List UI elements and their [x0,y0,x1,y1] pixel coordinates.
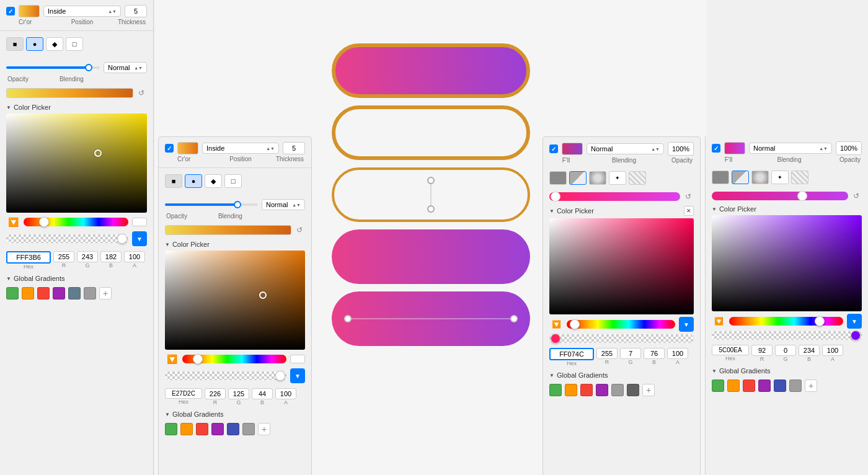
close-btn-r1[interactable]: ✕ [684,206,694,216]
reset-btn-r2[interactable]: ↺ [851,190,862,202]
hex-mode-btn-1[interactable]: ▼ [132,231,147,246]
shape-btn-diamond-1[interactable]: ◆ [46,37,63,51]
opacity-slider-2[interactable] [165,203,258,206]
gs-r2-3[interactable] [743,380,755,392]
gs-2-4[interactable] [211,423,224,435]
stroke-color-swatch-2[interactable] [177,142,198,154]
rainbow-slider-2[interactable] [182,355,286,363]
gs-r2-2[interactable] [727,380,740,392]
stroke-checkbox-1[interactable] [6,7,15,16]
hex-mode-btn-r1[interactable]: ▼ [679,317,694,332]
gs-1-3[interactable] [37,287,50,300]
shape-3[interactable] [332,167,530,222]
color-picker-canvas-r2[interactable] [712,215,862,311]
opacity-input-r2[interactable]: 100% [836,141,862,155]
b-input-r2[interactable] [799,345,820,356]
fill-image-r1[interactable] [629,171,646,185]
gs-r1-2[interactable] [565,384,577,396]
b-input-1[interactable] [100,251,122,262]
g-input-2[interactable] [228,388,249,399]
blending-dropdown-1[interactable]: Normal ▲▼ [104,62,147,73]
global-gradients-header-1[interactable]: ▼ Global Gradients [0,272,153,285]
global-gradients-header-r1[interactable]: ▼ Global Gradients [543,369,700,381]
hex-input-r2[interactable] [712,345,749,355]
color-picker-canvas-r1[interactable] [549,218,694,314]
add-gradient-r2[interactable]: + [805,380,817,392]
blending-dropdown-2[interactable]: Normal ▲▼ [262,199,305,210]
fill-linear-r2[interactable] [732,171,749,184]
r-input-r1[interactable] [596,348,618,359]
gs-1-5[interactable] [68,287,81,300]
color-picker-header-r1[interactable]: ▼ Color Picker ✕ [543,203,700,218]
a-input-r2[interactable] [822,345,843,356]
reset-btn-1[interactable]: ↺ [136,87,147,99]
gs-r2-6[interactable] [789,380,802,392]
reset-btn-2[interactable]: ↺ [294,224,305,236]
thickness-input-2[interactable]: 5 [283,142,305,154]
gs-2-2[interactable] [180,423,193,435]
eyedropper-2[interactable]: 🔽 [165,352,179,366]
shape-2[interactable] [332,105,530,160]
gradient-bar-r2[interactable] [712,192,848,200]
shape-5[interactable] [332,291,530,346]
gradient-bar-r1[interactable] [549,192,680,201]
eyedropper-r1[interactable]: 🔽 [549,317,563,331]
gs-r1-1[interactable] [549,384,562,396]
gs-1-4[interactable] [53,287,65,300]
color-mode-btn-1[interactable] [132,218,147,226]
opacity-input-r1[interactable]: 100% [668,142,694,156]
a-input-2[interactable] [275,388,296,399]
hex-mode-btn-r2[interactable]: ▼ [847,314,862,329]
color-picker-canvas-2[interactable] [165,251,305,350]
gs-r1-3[interactable] [580,384,593,396]
color-picker-header-1[interactable]: ▼ Color Picker [0,101,153,113]
gs-1-1[interactable] [6,287,19,300]
rainbow-slider-r1[interactable] [567,320,675,329]
hex-input-r1[interactable] [549,348,594,360]
hex-input-1[interactable] [6,251,51,264]
fill-swatch-r2[interactable] [724,142,745,154]
a-input-1[interactable] [124,251,145,262]
shape-btn-circle-1[interactable]: ● [26,37,43,51]
picker-handle-1[interactable] [94,149,102,157]
shape-4[interactable] [332,229,530,284]
fill-checkbox-r2[interactable] [712,144,720,153]
g-input-r2[interactable] [775,345,796,356]
fill-image-r2[interactable] [791,171,808,184]
gs-2-5[interactable] [227,423,239,435]
gs-1-6[interactable] [84,287,96,300]
gs-r2-1[interactable] [712,380,724,392]
gs-2-1[interactable] [165,423,177,435]
blending-dropdown-r1[interactable]: Normal ▲▼ [587,143,664,154]
blending-dropdown-r2[interactable]: Normal ▲▼ [749,143,832,154]
color-picker-header-r2[interactable]: ▼ Color Picker [706,203,868,215]
r-input-r2[interactable] [751,345,773,356]
shape-btn-none-2[interactable]: □ [224,174,242,188]
shape-btn-square-2[interactable]: ■ [165,174,182,188]
thickness-input-1[interactable]: 5 [125,5,147,17]
fill-pattern-r1[interactable]: ✦ [609,171,626,185]
b-input-r1[interactable] [644,348,665,359]
opacity-slider-r2[interactable] [712,331,862,340]
add-gradient-r1[interactable]: + [642,384,655,396]
gs-r1-5[interactable] [611,384,624,396]
opacity-checker-2[interactable] [165,371,286,380]
gradient-bar-2[interactable] [165,225,291,235]
color-mode-btn-2[interactable] [290,355,305,363]
opacity-slider-1[interactable] [6,66,100,69]
global-gradients-header-r2[interactable]: ▼ Global Gradients [706,365,868,377]
g-input-r1[interactable] [620,348,641,359]
gs-r1-4[interactable] [596,384,608,396]
color-picker-header-2[interactable]: ▼ Color Picker [159,238,311,251]
rainbow-slider-r2[interactable] [729,317,843,326]
fill-radial-r2[interactable] [751,171,769,184]
b-input-2[interactable] [252,388,273,399]
fill-radial-r1[interactable] [589,171,606,185]
r-input-2[interactable] [205,388,226,399]
fill-checkbox-r1[interactable] [549,144,558,153]
eyedropper-r2[interactable]: 🔽 [712,314,725,328]
gs-r2-4[interactable] [758,380,771,392]
gs-r1-6[interactable] [627,384,639,396]
stroke-color-swatch-1[interactable] [19,5,40,17]
reset-btn-r1[interactable]: ↺ [683,191,694,202]
